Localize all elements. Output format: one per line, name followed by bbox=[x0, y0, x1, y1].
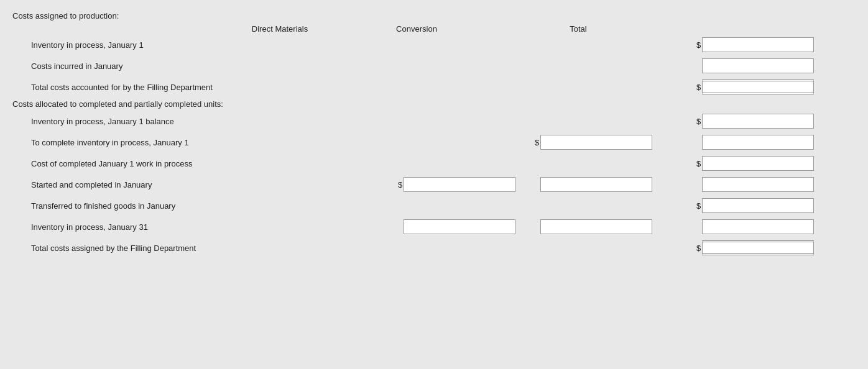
label-inv-process-jan31: Inventory in process, January 31 bbox=[12, 222, 398, 232]
row-cost-completed-jan1-wip: Cost of completed January 1 work in proc… bbox=[12, 155, 856, 172]
input-conv-started-completed[interactable] bbox=[540, 177, 652, 192]
input-total-inv-jan1-bal[interactable] bbox=[702, 114, 814, 129]
conv-cell-to-complete: $ bbox=[535, 135, 672, 150]
label-cost-completed-jan1-wip: Cost of completed January 1 work in proc… bbox=[12, 159, 398, 168]
input-total-cost-completed[interactable] bbox=[702, 156, 814, 171]
label-total-costs-assigned: Total costs assigned by the Filling Depa… bbox=[12, 244, 398, 253]
section1-header-text: Costs assigned to production: bbox=[12, 11, 119, 20]
dollar-total-inv-jan1: $ bbox=[696, 40, 701, 50]
input-dm-inv-jan31[interactable] bbox=[404, 219, 515, 234]
input-total-transferred[interactable] bbox=[702, 198, 814, 213]
input-conv-to-complete[interactable] bbox=[540, 135, 652, 150]
input-total-costs-jan[interactable] bbox=[702, 58, 814, 73]
total-cell-inv-jan31: $ bbox=[696, 219, 833, 234]
total-cell-transferred: $ bbox=[696, 198, 833, 213]
col-header-total: Total bbox=[510, 24, 647, 34]
section2-header-text: Costs allocated to completed and partial… bbox=[12, 99, 223, 109]
input-total-total-assigned[interactable] bbox=[702, 240, 814, 255]
input-total-started-completed[interactable] bbox=[702, 177, 814, 192]
total-cell-total-assigned: $ bbox=[696, 240, 833, 255]
total-cell-inv-jan1: $ bbox=[696, 37, 833, 52]
input-dm-started-completed[interactable] bbox=[404, 177, 515, 192]
row-transferred-finished-goods: Transferred to finished goods in January… bbox=[12, 197, 856, 214]
row-inv-jan1-balance: Inventory in process, January 1 balance … bbox=[12, 112, 856, 130]
conv-cell-started-completed: $ bbox=[535, 177, 672, 192]
section1-header: Costs assigned to production: bbox=[12, 11, 856, 20]
row-total-costs-assigned: Total costs assigned by the Filling Depa… bbox=[12, 239, 856, 257]
input-conv-inv-jan31[interactable] bbox=[540, 219, 652, 234]
total-cell-costs-jan: $ bbox=[696, 58, 833, 73]
row-costs-incurred-jan: Costs incurred in January $ bbox=[12, 57, 856, 75]
main-container: Costs assigned to production: Direct Mat… bbox=[0, 0, 868, 369]
dollar-total-total-assigned: $ bbox=[696, 244, 701, 253]
input-total-to-complete[interactable] bbox=[702, 135, 814, 150]
row-to-complete-inv-jan1: To complete inventory in process, Januar… bbox=[12, 134, 856, 151]
row-total-costs-accounted: Total costs accounted for by the Filling… bbox=[12, 78, 856, 96]
dollar-total-total-costs: $ bbox=[696, 83, 701, 92]
total-cell-cost-completed: $ bbox=[696, 156, 833, 171]
dm-cell-inv-jan31: $ bbox=[398, 219, 535, 234]
column-headers: Direct Materials Conversion Total bbox=[12, 24, 856, 34]
label-inv-jan1-balance: Inventory in process, January 1 balance bbox=[12, 117, 398, 126]
label-to-complete-inv-jan1: To complete inventory in process, Januar… bbox=[12, 138, 398, 147]
label-started-completed-jan: Started and completed in January bbox=[12, 180, 398, 189]
label-transferred-finished-goods: Transferred to finished goods in January bbox=[12, 201, 398, 211]
dollar-conv-to-complete: $ bbox=[535, 138, 539, 147]
input-total-inv-jan31[interactable] bbox=[702, 219, 814, 234]
total-cell-total-costs: $ bbox=[696, 80, 833, 94]
input-total-inv-jan1[interactable] bbox=[702, 37, 814, 52]
row-started-completed-jan: Started and completed in January $ $ $ bbox=[12, 176, 856, 193]
label-inv-process-jan1: Inventory in process, January 1 bbox=[12, 40, 398, 50]
conv-cell-inv-jan31: $ bbox=[535, 219, 672, 234]
total-cell-to-complete: $ bbox=[696, 135, 833, 150]
dollar-total-transferred: $ bbox=[696, 201, 701, 211]
total-cell-started-completed: $ bbox=[696, 177, 833, 192]
label-costs-incurred-jan: Costs incurred in January bbox=[12, 62, 398, 71]
dollar-dm-started-completed: $ bbox=[398, 180, 402, 189]
row-inv-process-jan31: Inventory in process, January 31 $ $ $ bbox=[12, 218, 856, 235]
dollar-total-cost-completed: $ bbox=[696, 159, 701, 168]
dollar-total-inv-jan1-bal: $ bbox=[696, 117, 701, 126]
label-total-costs-accounted: Total costs accounted for by the Filling… bbox=[12, 83, 398, 92]
total-cell-inv-jan1-bal: $ bbox=[696, 114, 833, 129]
row-inv-process-jan1: Inventory in process, January 1 $ bbox=[12, 36, 856, 53]
dm-cell-started-completed: $ bbox=[398, 177, 535, 192]
col-header-conv: Conversion bbox=[348, 24, 485, 34]
col-header-dm: Direct Materials bbox=[211, 24, 348, 34]
input-total-total-costs[interactable] bbox=[702, 80, 814, 94]
section2-header: Costs allocated to completed and partial… bbox=[12, 99, 856, 109]
